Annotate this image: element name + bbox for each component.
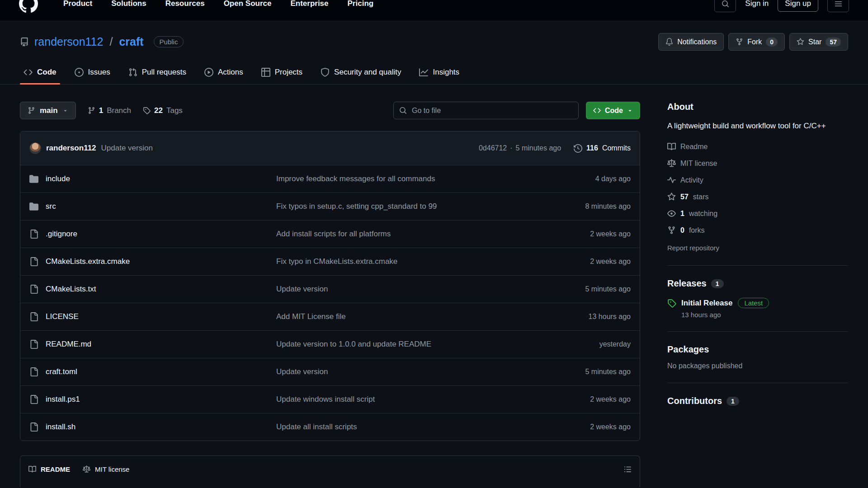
nav-item-pricing[interactable]: Pricing (348, 0, 374, 8)
sha-separator: · (510, 144, 512, 152)
file-name-link[interactable]: LICENSE (46, 312, 79, 321)
readme-tab[interactable]: README (28, 465, 70, 473)
sidebar-item-license[interactable]: MIT license (667, 155, 848, 172)
avatar[interactable] (29, 142, 41, 154)
license-tab[interactable]: MIT license (83, 465, 129, 473)
file-commit-message[interactable]: Fix typo in CMakeLists.extra.cmake (276, 257, 536, 266)
readme-section: README MIT license (20, 455, 640, 487)
tag-icon (143, 107, 151, 114)
commit-message-link[interactable]: Update version (101, 144, 153, 153)
law-icon (83, 465, 90, 473)
goto-file-input[interactable] (393, 102, 579, 119)
branch-icon (88, 107, 95, 114)
repo-name-link[interactable]: craft (119, 35, 143, 48)
nav-item-product[interactable]: Product (63, 0, 92, 8)
file-age: 4 days ago (536, 175, 631, 183)
file-name-link[interactable]: .gitignore (46, 230, 77, 239)
navbar-search-button[interactable] (714, 0, 736, 12)
sidebar-item-readme[interactable]: Readme (667, 138, 848, 155)
file-commit-message[interactable]: Fix typos in setup.c, setting cpp_standa… (276, 202, 536, 211)
file-icon (29, 312, 38, 321)
tab-actions[interactable]: Actions (197, 61, 250, 84)
github-logo[interactable] (19, 0, 38, 13)
file-toolbar: main 1Branch 22Tags Code (20, 102, 640, 119)
fork-icon (736, 38, 743, 46)
star-count: 57 (826, 38, 841, 47)
code-icon (24, 68, 33, 77)
file-commit-message[interactable]: Update version to 1.0.0 and update READM… (276, 340, 536, 349)
chevron-down-icon (62, 108, 68, 113)
navbar-menu-button[interactable] (827, 0, 849, 12)
sign-up-button[interactable]: Sign up (778, 0, 818, 12)
branch-selector[interactable]: main (20, 102, 76, 119)
code-icon (593, 107, 601, 114)
history-icon (574, 144, 582, 153)
file-name-link[interactable]: CMakeLists.extra.cmake (46, 257, 130, 266)
eye-icon (667, 209, 676, 218)
nav-item-enterprise[interactable]: Enterprise (290, 0, 328, 8)
file-name-link[interactable]: include (46, 174, 70, 183)
file-commit-message[interactable]: Update version (276, 367, 536, 376)
sign-in-link[interactable]: Sign in (745, 0, 769, 8)
tab-pull-requests[interactable]: Pull requests (121, 61, 193, 84)
file-commit-message[interactable]: Update all install scripts (276, 422, 536, 432)
commit-history-link[interactable]: 116Commits (574, 144, 631, 153)
file-age: yesterday (536, 340, 631, 348)
table-row: src Fix typos in setup.c, setting cpp_st… (20, 192, 640, 220)
star-button[interactable]: Star 57 (789, 33, 848, 51)
code-download-button[interactable]: Code (586, 102, 640, 119)
contributors-count: 1 (726, 397, 739, 406)
file-age: 2 weeks ago (536, 230, 631, 238)
file-name-link[interactable]: CMakeLists.txt (46, 285, 96, 294)
sidebar-item-activity[interactable]: Activity (667, 172, 848, 188)
tab-insights[interactable]: Insights (412, 61, 467, 84)
readme-tab-bar: README MIT license (20, 456, 640, 482)
tags-link[interactable]: 22Tags (143, 106, 183, 115)
release-name-link[interactable]: Initial Release (681, 299, 732, 308)
nav-item-resources[interactable]: Resources (165, 0, 205, 8)
file-commit-message[interactable]: Improve feedback messages for all comman… (276, 174, 536, 183)
repo-owner-link[interactable]: randerson112 (34, 35, 103, 48)
sidebar-item-watching[interactable]: 1watching (667, 205, 848, 222)
repo-main-column: main 1Branch 22Tags Code (20, 102, 640, 487)
repo-description: A lightweight build and workflow tool fo… (667, 120, 848, 132)
sidebar-item-stars[interactable]: 57stars (667, 188, 848, 205)
file-name-link[interactable]: src (46, 202, 56, 211)
fork-button[interactable]: Fork 0 (728, 33, 785, 51)
branch-icon (28, 107, 35, 114)
outline-button[interactable] (624, 465, 632, 473)
sidebar-item-forks[interactable]: 0forks (667, 222, 848, 239)
tab-security[interactable]: Security and quality (313, 61, 408, 84)
releases-count: 1 (711, 279, 724, 288)
file-commit-message[interactable]: Add install scripts for all platforms (276, 230, 536, 239)
tab-code[interactable]: Code (16, 61, 64, 84)
file-name-link[interactable]: README.md (46, 340, 91, 349)
branches-link[interactable]: 1Branch (88, 106, 131, 115)
tag-icon (667, 299, 676, 308)
nav-item-open-source[interactable]: Open Source (224, 0, 272, 8)
file-name-link[interactable]: craft.toml (46, 367, 77, 376)
tab-issues[interactable]: Issues (67, 61, 118, 84)
file-icon (29, 285, 38, 294)
contributors-title: Contributors 1 (667, 396, 848, 406)
report-repository-link[interactable]: Report repository (667, 244, 719, 252)
file-commit-message[interactable]: Update version (276, 285, 536, 294)
shield-icon (321, 68, 330, 77)
notifications-button[interactable]: Notifications (658, 33, 724, 51)
file-commit-message[interactable]: Add MIT License file (276, 312, 536, 321)
repo-actions: Notifications Fork 0 Star 57 (658, 33, 848, 51)
law-icon (667, 159, 676, 168)
graph-icon (419, 68, 428, 77)
file-age: 2 weeks ago (536, 395, 631, 404)
nav-item-solutions[interactable]: Solutions (111, 0, 146, 8)
pulse-icon (667, 176, 676, 184)
file-name-link[interactable]: install.ps1 (46, 395, 80, 404)
commit-sha-link[interactable]: 0d46712 (479, 144, 507, 152)
file-age: 8 minutes ago (536, 202, 631, 211)
table-row: README.md Update version to 1.0.0 and up… (20, 330, 640, 358)
commit-author-link[interactable]: randerson112 (46, 144, 96, 153)
file-name-link[interactable]: install.sh (46, 422, 75, 432)
tab-projects[interactable]: Projects (254, 61, 310, 84)
file-commit-message[interactable]: Update windows install script (276, 395, 536, 404)
play-icon (204, 68, 213, 77)
